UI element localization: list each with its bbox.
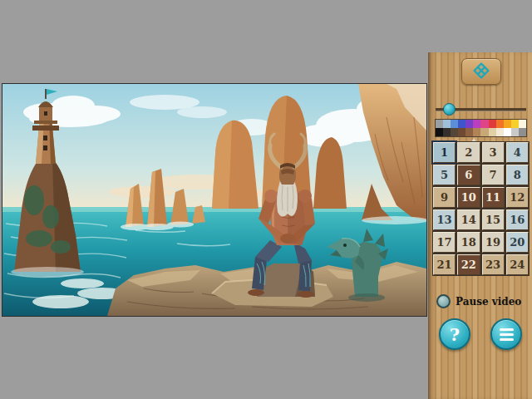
number-tile-21[interactable]: 21 xyxy=(433,254,456,275)
number-tile-10[interactable]: 10 xyxy=(457,187,480,208)
color-swatch[interactable] xyxy=(511,120,519,128)
number-tile-17[interactable]: 17 xyxy=(433,232,456,253)
number-tile-12[interactable]: 12 xyxy=(506,187,529,208)
color-swatch[interactable] xyxy=(466,120,473,128)
number-tile-15[interactable]: 15 xyxy=(482,209,505,230)
number-tile-14[interactable]: 14 xyxy=(457,209,480,230)
question-mark-icon: ? xyxy=(450,324,460,345)
number-tile-18[interactable]: 18 xyxy=(457,232,480,253)
color-swatch[interactable] xyxy=(496,120,504,128)
number-tile-19[interactable]: 19 xyxy=(482,232,505,253)
palette-row-bottom xyxy=(436,128,526,136)
color-palette xyxy=(435,119,527,144)
number-tile-23[interactable]: 23 xyxy=(482,254,505,275)
color-swatch[interactable] xyxy=(473,128,480,136)
game-screen: 123456789101112131415161718192021222324 … xyxy=(0,0,532,399)
number-tile-6[interactable]: 6 xyxy=(457,165,480,185)
color-swatch[interactable] xyxy=(458,128,466,136)
number-grid: 123456789101112131415161718192021222324 xyxy=(433,142,529,275)
number-tile-8[interactable]: 8 xyxy=(506,165,529,185)
color-swatch[interactable] xyxy=(451,120,458,128)
number-tile-13[interactable]: 13 xyxy=(433,209,456,230)
number-tile-5[interactable]: 5 xyxy=(433,165,456,185)
help-button[interactable]: ? xyxy=(439,318,470,350)
color-swatch[interactable] xyxy=(489,120,496,128)
color-swatch[interactable] xyxy=(519,128,526,136)
color-swatch[interactable] xyxy=(480,128,488,136)
color-swatch[interactable] xyxy=(496,128,504,136)
number-tile-20[interactable]: 20 xyxy=(506,232,529,253)
color-swatch[interactable] xyxy=(489,128,496,136)
color-swatch[interactable] xyxy=(504,120,511,128)
painting-art xyxy=(2,84,426,316)
color-swatch[interactable] xyxy=(443,120,451,128)
color-swatch[interactable] xyxy=(451,128,458,136)
color-swatch[interactable] xyxy=(458,120,466,128)
zoom-slider-knob[interactable] xyxy=(443,103,456,116)
hamburger-icon xyxy=(500,328,514,331)
color-swatch[interactable] xyxy=(436,128,443,136)
number-tile-4[interactable]: 4 xyxy=(506,142,529,163)
color-swatch[interactable] xyxy=(466,128,473,136)
number-tile-7[interactable]: 7 xyxy=(482,165,505,185)
color-swatch[interactable] xyxy=(436,120,443,128)
number-tile-2[interactable]: 2 xyxy=(457,142,480,163)
number-tile-24[interactable]: 24 xyxy=(506,254,529,275)
number-tile-16[interactable]: 16 xyxy=(506,209,529,230)
color-swatch[interactable] xyxy=(511,128,519,136)
number-tile-22[interactable]: 22 xyxy=(457,254,480,275)
pause-video-label: Pause video xyxy=(456,296,521,308)
color-swatch[interactable] xyxy=(504,128,511,136)
sidebar-panel: 123456789101112131415161718192021222324 … xyxy=(428,52,532,399)
pause-video-toggle[interactable] xyxy=(436,294,451,308)
number-tile-11[interactable]: 11 xyxy=(482,187,505,208)
palette-row-top xyxy=(436,120,526,128)
number-tile-1[interactable]: 1 xyxy=(433,142,456,163)
menu-button[interactable] xyxy=(490,318,522,350)
transform-tool-button[interactable] xyxy=(461,58,501,85)
number-tile-3[interactable]: 3 xyxy=(482,142,505,163)
color-swatch[interactable] xyxy=(443,128,451,136)
transform-diamond-icon xyxy=(470,62,492,82)
color-swatch[interactable] xyxy=(480,120,488,128)
zoom-slider[interactable] xyxy=(436,103,526,116)
number-tile-9[interactable]: 9 xyxy=(433,187,456,208)
color-swatch[interactable] xyxy=(519,120,526,128)
color-swatch[interactable] xyxy=(473,120,480,128)
puzzle-image[interactable] xyxy=(2,83,427,317)
pause-video-row: Pause video xyxy=(436,294,521,308)
